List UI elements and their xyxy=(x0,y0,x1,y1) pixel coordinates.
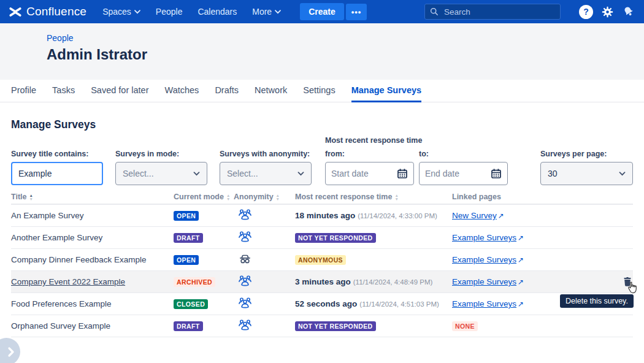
surveys-table: Title▲▼ Current mode▲▼ Anonymity▲▼ Most … xyxy=(11,190,633,337)
tab-drafts[interactable]: Drafts xyxy=(215,80,239,102)
question-mark-icon: ? xyxy=(583,7,589,17)
column-title[interactable]: Title▲▼ xyxy=(11,193,174,201)
group-anonymity-icon xyxy=(237,273,253,289)
filter-label: Surveys in mode: xyxy=(115,150,207,158)
survey-filters: Most recent response time Survey title c… xyxy=(11,136,633,190)
no-linked-pages-badge: NONE xyxy=(452,321,478,331)
column-anonymity[interactable]: Anonymity▲▼ xyxy=(234,193,295,201)
response-time: 3 minutes ago xyxy=(295,277,351,286)
status-badge: DRAFT xyxy=(174,233,203,243)
response-time-group-label: Most recent response time xyxy=(325,136,422,145)
linked-page-link[interactable]: Example Surveys xyxy=(452,299,516,308)
response-status-badge: ANONYMOUS xyxy=(295,255,346,265)
external-link-icon: ↗ xyxy=(518,300,524,308)
tab-manage-surveys[interactable]: Manage Surveys xyxy=(351,80,421,102)
tab-network[interactable]: Network xyxy=(255,80,287,102)
delete-survey-button[interactable] xyxy=(622,276,633,288)
table-row: Food Preferences Example CLOSED 52 secon… xyxy=(11,293,633,315)
settings-gear-icon[interactable] xyxy=(601,6,614,18)
chevron-down-icon xyxy=(297,172,304,176)
trash-icon xyxy=(622,276,633,288)
response-time: 52 seconds ago xyxy=(295,299,357,308)
notifications-bell-icon[interactable] xyxy=(622,5,635,18)
tab-saved-for-later[interactable]: Saved for later xyxy=(91,80,148,102)
breadcrumb[interactable]: People xyxy=(47,33,644,43)
table-row: An Example Survey OPEN 18 minutes ago(11… xyxy=(11,205,633,227)
column-current-mode[interactable]: Current mode▲▼ xyxy=(174,193,234,201)
create-button[interactable]: Create xyxy=(300,3,344,20)
chevron-down-icon xyxy=(275,10,281,14)
per-page-select[interactable]: 30 xyxy=(540,162,633,185)
status-badge: OPEN xyxy=(174,255,199,265)
mode-select[interactable]: Select... xyxy=(115,162,207,185)
survey-title[interactable]: Company Event 2022 Example xyxy=(11,277,125,286)
help-button[interactable]: ? xyxy=(579,5,593,19)
table-row: Another Example Survey DRAFT NOT YET RES… xyxy=(11,227,633,249)
delete-tooltip: Delete this survey. xyxy=(560,294,634,308)
status-badge: CLOSED xyxy=(174,299,208,309)
column-linked-pages: Linked pages xyxy=(452,193,619,201)
filter-label: Surveys per page: xyxy=(540,150,633,158)
calendar-icon[interactable] xyxy=(397,168,408,179)
search-input[interactable] xyxy=(443,7,541,17)
external-link-icon: ↗ xyxy=(518,234,524,242)
linked-page-link[interactable]: Example Surveys xyxy=(452,277,516,286)
table-row: Company Event 2022 Example ARCHIVED 3 mi… xyxy=(11,271,633,293)
tab-tasks[interactable]: Tasks xyxy=(52,80,75,102)
section-title: Manage Surveys xyxy=(11,118,633,131)
chevron-down-icon xyxy=(193,172,200,176)
filter-label: Survey title contains: xyxy=(11,150,103,158)
survey-title[interactable]: An Example Survey xyxy=(11,211,84,220)
survey-title-input[interactable] xyxy=(11,162,103,185)
filter-date-to: to: End date xyxy=(419,150,508,185)
start-date-input[interactable]: Start date xyxy=(325,162,414,185)
survey-title[interactable]: Food Preferences Example xyxy=(11,299,112,308)
response-status-badge: NOT YET RESPONDED xyxy=(295,321,376,331)
response-timestamp: (11/14/2024, 4:33:00 PM) xyxy=(358,212,437,220)
status-badge: OPEN xyxy=(174,211,199,221)
linked-page-link[interactable]: Example Surveys xyxy=(452,255,516,264)
filter-per-page: Surveys per page: 30 xyxy=(540,150,633,185)
sort-icon[interactable]: ▲▼ xyxy=(276,194,280,201)
filter-date-from: from: Start date xyxy=(325,150,414,185)
end-date-input[interactable]: End date xyxy=(419,162,508,185)
page-title: Admin Istrator xyxy=(47,46,644,63)
tab-watches[interactable]: Watches xyxy=(165,80,199,102)
survey-title[interactable]: Orphaned Survey Example xyxy=(11,321,110,331)
response-status-badge: NOT YET RESPONDED xyxy=(295,233,376,243)
tab-settings[interactable]: Settings xyxy=(303,80,335,102)
profile-header: People Admin Istrator xyxy=(0,23,644,80)
filter-label: from: xyxy=(325,150,414,158)
global-search[interactable] xyxy=(424,4,561,20)
confluence-mark-icon xyxy=(9,5,22,18)
table-header: Title▲▼ Current mode▲▼ Anonymity▲▼ Most … xyxy=(11,190,633,205)
survey-title[interactable]: Another Example Survey xyxy=(11,233,102,242)
linked-page-link[interactable]: Example Surveys xyxy=(452,233,516,242)
sort-icon[interactable]: ▲▼ xyxy=(29,194,33,201)
overflow-menu-button[interactable]: ••• xyxy=(346,4,367,20)
sort-icon[interactable]: ▲▼ xyxy=(226,194,230,201)
external-link-icon: ↗ xyxy=(518,256,524,264)
calendar-icon[interactable] xyxy=(491,168,502,179)
linked-page-link[interactable]: New Survey xyxy=(452,211,497,220)
nav-item-people[interactable]: People xyxy=(156,7,183,17)
anonymity-select[interactable]: Select... xyxy=(220,162,312,185)
confluence-logo[interactable]: Confluence xyxy=(9,5,86,18)
external-link-icon: ↗ xyxy=(518,278,524,286)
group-anonymity-icon xyxy=(237,318,253,333)
nav-item-spaces[interactable]: Spaces xyxy=(102,7,140,17)
survey-title[interactable]: Company Dinner Feedback Example xyxy=(11,255,147,264)
external-link-icon: ↗ xyxy=(498,212,504,220)
sidebar-expand-button[interactable] xyxy=(0,338,20,363)
filter-anonymity: Surveys with anonymity: Select... xyxy=(220,150,312,185)
nav-item-more[interactable]: More xyxy=(252,7,281,17)
tab-profile[interactable]: Profile xyxy=(11,80,36,102)
column-most-recent-response[interactable]: Most recent response time▲▼ xyxy=(295,193,452,201)
status-badge: DRAFT xyxy=(174,321,203,331)
chevron-down-icon xyxy=(619,172,626,176)
profile-tabs: Profile Tasks Saved for later Watches Dr… xyxy=(0,80,644,102)
nav-item-calendars[interactable]: Calendars xyxy=(197,7,237,17)
response-time: 18 minutes ago xyxy=(295,211,355,220)
group-anonymity-icon xyxy=(237,207,253,223)
sort-icon[interactable]: ▲▼ xyxy=(394,194,398,201)
